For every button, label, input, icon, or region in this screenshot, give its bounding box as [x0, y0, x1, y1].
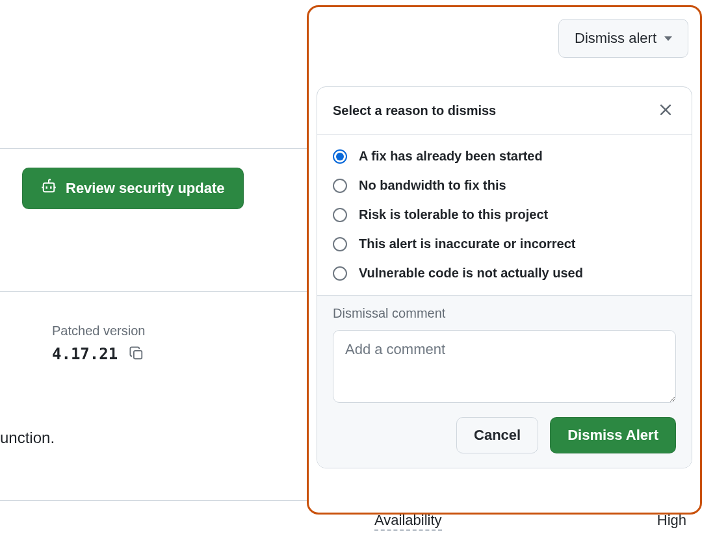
cancel-button[interactable]: Cancel — [456, 417, 538, 453]
availability-row: Availability High — [374, 512, 686, 531]
availability-label: Availability — [374, 512, 442, 531]
svg-rect-0 — [44, 183, 55, 192]
dismiss-reason-label: A fix has already been started — [359, 149, 543, 164]
radio-icon — [333, 149, 347, 164]
description-text-fragment: unction. — [0, 429, 55, 447]
dismiss-reason-label: Risk is tolerable to this project — [359, 207, 548, 222]
dismiss-alert-submit-button[interactable]: Dismiss Alert — [550, 417, 676, 453]
dismissal-comment-heading: Dismissal comment — [333, 306, 676, 321]
dismiss-reason-option[interactable]: A fix has already been started — [333, 149, 676, 164]
dismiss-reason-option[interactable]: Risk is tolerable to this project — [333, 207, 676, 222]
popover-title: Select a reason to dismiss — [333, 103, 496, 118]
patched-version-label: Patched version — [52, 324, 145, 338]
dismiss-reason-label: No bandwidth to fix this — [359, 178, 506, 193]
radio-icon — [333, 237, 347, 251]
availability-value: High — [657, 512, 686, 531]
copy-version-button[interactable] — [128, 346, 145, 363]
dismissal-comment-input[interactable] — [333, 330, 676, 403]
patched-version-block: Patched version 4.17.21 — [52, 324, 145, 363]
review-security-update-button[interactable]: Review security update — [22, 168, 244, 209]
chevron-down-icon — [664, 36, 672, 41]
dismiss-reason-option[interactable]: No bandwidth to fix this — [333, 178, 676, 193]
svg-rect-3 — [46, 186, 47, 189]
copy-icon — [129, 346, 144, 363]
radio-icon — [333, 266, 347, 281]
svg-rect-7 — [134, 350, 142, 358]
dismiss-reason-popover: Select a reason to dismiss A fix has alr… — [317, 86, 692, 468]
dismiss-reason-label: Vulnerable code is not actually used — [359, 266, 583, 281]
review-button-label: Review security update — [66, 180, 225, 197]
close-popover-button[interactable] — [653, 97, 679, 123]
dismiss-alert-region: Dismiss alert Select a reason to dismiss… — [307, 5, 702, 515]
dismiss-alert-dropdown-button[interactable]: Dismiss alert — [558, 19, 688, 58]
radio-icon — [333, 179, 347, 193]
svg-rect-4 — [50, 186, 51, 189]
patched-version-value: 4.17.21 — [52, 345, 118, 363]
close-icon — [658, 103, 673, 119]
dismiss-alert-label: Dismiss alert — [575, 30, 656, 47]
radio-icon — [333, 208, 347, 222]
dismiss-reason-label: This alert is inaccurate or incorrect — [359, 236, 575, 251]
dismiss-reason-option[interactable]: This alert is inaccurate or incorrect — [333, 236, 676, 251]
dismiss-reason-option[interactable]: Vulnerable code is not actually used — [333, 266, 676, 281]
dependabot-icon — [41, 179, 57, 198]
